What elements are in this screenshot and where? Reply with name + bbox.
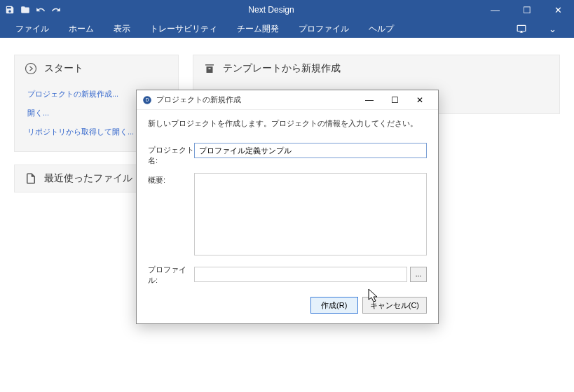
start-panel-header: スタート [15, 55, 178, 82]
open-folder-icon[interactable] [18, 3, 32, 17]
templates-panel-header: テンプレートから新規作成 [193, 55, 559, 82]
menu-help[interactable]: ヘルプ [359, 20, 404, 38]
dialog-footer: 作成(R) キャンセル(C) [137, 297, 438, 323]
dialog-titlebar[interactable]: D プロジェクトの新規作成 — ☐ ✕ [137, 90, 438, 110]
cancel-button[interactable]: キャンセル(C) [362, 297, 427, 314]
start-panel-title: スタート [44, 62, 83, 75]
browse-button[interactable]: ... [410, 267, 427, 282]
menu-traceability[interactable]: トレーサビリティ [140, 20, 227, 38]
save-icon[interactable] [3, 3, 17, 17]
templates-panel-title: テンプレートから新規作成 [223, 62, 341, 75]
create-button[interactable]: 作成(R) [310, 297, 358, 314]
summary-label: 概要: [148, 173, 194, 186]
maximize-button[interactable]: ☐ [511, 0, 542, 20]
menu-file[interactable]: ファイル [6, 20, 59, 38]
svg-point-0 [26, 64, 36, 74]
undo-icon[interactable] [34, 3, 48, 17]
minimize-button[interactable]: — [479, 0, 511, 20]
arrow-right-circle-icon [25, 62, 37, 75]
window-titlebar: Next Design — ☐ ✕ [0, 0, 574, 20]
chevron-down-icon[interactable]: ⌄ [537, 19, 568, 38]
profile-input[interactable] [194, 267, 407, 282]
close-button[interactable]: ✕ [542, 0, 574, 20]
project-name-input[interactable] [194, 143, 427, 158]
display-icon[interactable] [505, 19, 537, 38]
summary-textarea[interactable] [194, 173, 427, 255]
app-icon: D [142, 95, 152, 105]
new-project-dialog: D プロジェクトの新規作成 — ☐ ✕ 新しいプロジェクトを作成します。プロジェ… [136, 90, 439, 324]
dialog-description: 新しいプロジェクトを作成します。プロジェクトの情報を入力してください。 [148, 118, 427, 129]
menu-team[interactable]: チーム開発 [227, 20, 289, 38]
svg-text:D: D [145, 97, 149, 102]
dialog-body: 新しいプロジェクトを作成します。プロジェクトの情報を入力してください。 プロジェ… [137, 110, 438, 297]
dialog-maximize[interactable]: ☐ [382, 92, 407, 108]
menubar: ファイル ホーム 表示 トレーサビリティ チーム開発 プロファイル ヘルプ ⌄ [0, 20, 574, 38]
window-title: Next Design [63, 5, 479, 15]
redo-icon[interactable] [49, 3, 63, 17]
menu-home[interactable]: ホーム [59, 20, 104, 38]
dialog-title: プロジェクトの新規作成 [156, 94, 357, 105]
menu-profile[interactable]: プロファイル [289, 20, 359, 38]
menu-view[interactable]: 表示 [104, 20, 140, 38]
dialog-minimize[interactable]: — [357, 92, 382, 108]
dialog-close[interactable]: ✕ [407, 92, 432, 108]
archive-icon [203, 62, 216, 75]
profile-label: プロファイル: [148, 262, 194, 286]
quick-access-toolbar [0, 3, 63, 17]
window-controls: — ☐ ✕ [479, 0, 574, 20]
recent-panel-title: 最近使ったファイル [44, 172, 132, 185]
project-name-label: プロジェクト名: [148, 143, 194, 166]
file-icon [25, 172, 37, 185]
